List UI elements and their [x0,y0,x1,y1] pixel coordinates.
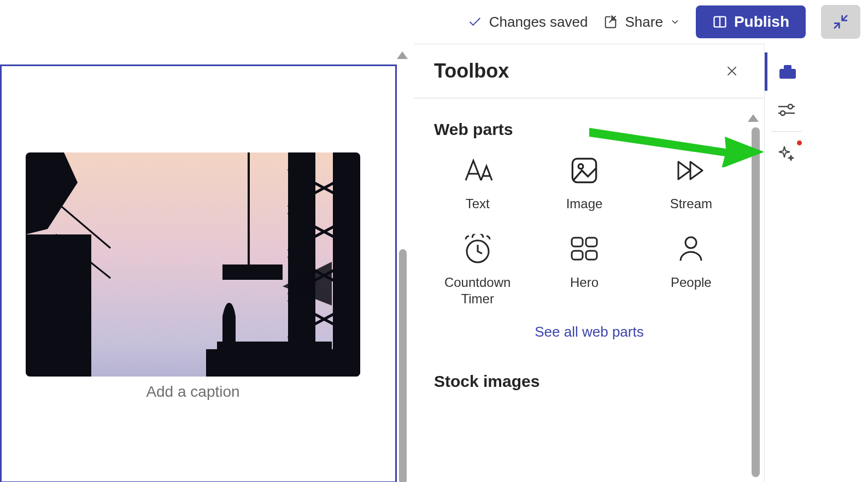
toolbox-close-button[interactable] [725,64,739,78]
construction-silhouette-icon [26,152,360,377]
rail-design-ideas-button[interactable] [765,134,808,172]
svg-rect-23 [586,238,597,246]
webpart-stream-label: Stream [670,196,712,212]
toolbox-title: Toolbox [434,60,509,83]
webpart-text[interactable]: Text [424,155,531,212]
rail-separator [771,131,802,132]
canvas-scroll-up-icon[interactable] [397,51,408,59]
svg-rect-6 [222,264,283,280]
webpart-hero[interactable]: Hero [531,234,637,307]
share-icon [603,14,618,30]
stream-icon [675,155,707,186]
webpart-countdown-timer-label: Countdown Timer [434,274,521,307]
sparkle-icon [778,144,795,162]
image-caption-input[interactable]: Add a caption [2,383,384,401]
share-button[interactable]: Share [603,14,680,31]
svg-rect-29 [784,65,791,69]
checkmark-icon [467,14,483,30]
image-icon [570,155,599,186]
people-icon [677,234,705,264]
top-toolbar: Changes saved Share Publish [0,0,868,44]
sliders-icon [777,102,796,117]
right-rail [764,44,808,482]
countdown-timer-icon [462,234,493,264]
rail-settings-button[interactable] [765,91,808,129]
webpart-text-label: Text [466,196,490,212]
publish-label: Publish [734,13,789,31]
see-all-webparts-link[interactable]: See all web parts [414,313,764,362]
collapse-icon [832,13,849,31]
webpart-image[interactable]: Image [531,155,637,212]
svg-point-20 [578,164,583,169]
webpart-people-label: People [671,274,712,291]
close-icon [725,64,739,78]
svg-rect-22 [572,238,583,246]
rail-toolbox-button[interactable] [765,52,808,91]
canvas-scrollbar-thumb[interactable] [399,249,407,482]
webpart-stream[interactable]: Stream [638,155,744,212]
stock-images-heading: Stock images [414,362,764,391]
notification-dot-icon [797,140,802,145]
webpart-image-label: Image [566,196,603,212]
collapse-pane-button[interactable] [821,5,860,39]
webpart-countdown-timer[interactable]: Countdown Timer [424,234,531,307]
chevron-down-icon [670,16,681,27]
toolbox-header: Toolbox [414,44,764,98]
svg-point-26 [685,237,696,248]
svg-point-33 [781,111,785,115]
toolbox-panel: Toolbox Web parts Text Image [414,44,764,482]
share-label: Share [625,14,662,31]
webpart-hero-label: Hero [570,274,599,291]
selected-webpart-frame[interactable]: Add a caption [0,64,397,482]
svg-point-31 [788,104,793,109]
svg-rect-24 [572,251,583,260]
svg-rect-25 [586,251,597,260]
webparts-grid: Text Image Stream Countdown Timer [414,139,764,313]
save-status: Changes saved [467,14,588,31]
save-status-label: Changes saved [489,14,588,31]
publish-button[interactable]: Publish [696,5,806,38]
page-canvas[interactable]: Add a caption [0,44,414,482]
toolbox-rail-icon [778,63,797,80]
content-area: Add a caption Toolbox Web parts Text [0,44,868,482]
svg-rect-28 [779,69,796,79]
toolbox-scroll-up-icon[interactable] [748,114,759,122]
webpart-people[interactable]: People [638,234,744,307]
book-icon [712,14,728,30]
image-webpart-preview[interactable] [26,152,360,377]
hero-icon [570,234,599,264]
text-icon [461,155,494,186]
toolbox-scrollbar-thumb[interactable] [752,127,760,477]
webparts-heading: Web parts [414,98,764,139]
